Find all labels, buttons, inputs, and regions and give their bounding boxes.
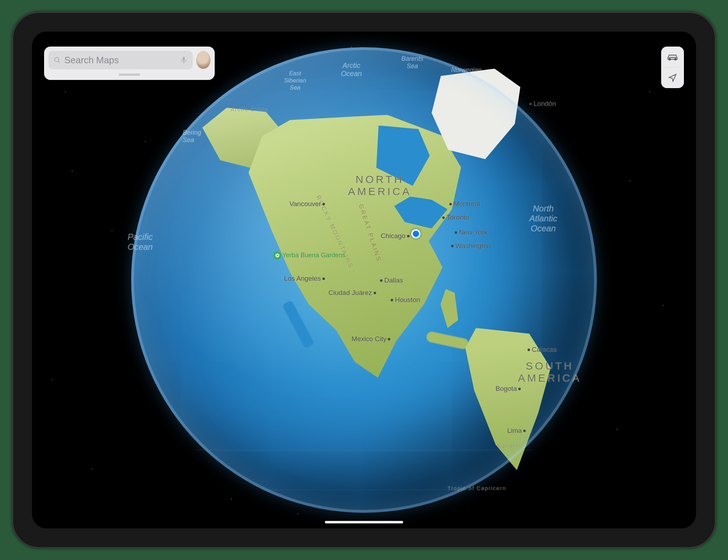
svg-line-1 — [58, 61, 60, 63]
pacific-ocean-label: Pacific Ocean — [128, 232, 153, 252]
locate-button[interactable] — [661, 68, 684, 88]
user-location-marker[interactable] — [411, 229, 421, 238]
city-chicago[interactable]: Chicago — [381, 232, 410, 240]
city-new-york[interactable]: New York — [455, 228, 487, 236]
svg-point-5 — [675, 59, 676, 60]
north-america-line2: AMERICA — [348, 185, 412, 198]
north-america-label: NORTH AMERICA — [348, 173, 412, 198]
equator-label: Equator — [497, 442, 521, 448]
card-grabber[interactable] — [119, 74, 140, 76]
map-controls — [661, 47, 684, 88]
city-montreal[interactable]: Montreal — [449, 200, 480, 208]
city-washington[interactable]: Washington — [451, 242, 491, 250]
map-mode-button[interactable] — [661, 47, 684, 67]
south-america-line1: SOUTH — [518, 360, 582, 372]
city-lima[interactable]: Lima — [507, 427, 526, 435]
svg-point-4 — [669, 59, 671, 60]
city-dallas[interactable]: Dallas — [380, 276, 403, 284]
norwegian-sea-label: Norwegian Sea — [451, 66, 482, 81]
city-caracas[interactable]: Caracas — [528, 346, 557, 354]
city-houston[interactable]: Houston — [391, 296, 420, 304]
profile-avatar[interactable] — [196, 51, 210, 69]
search-card[interactable] — [44, 47, 215, 80]
atlantic-ocean-label: North Atlantic Ocean — [529, 204, 557, 233]
city-toronto[interactable]: Toronto — [442, 214, 469, 221]
poi-yerba-buena[interactable]: ✿Yerba Buena Gardens — [273, 252, 345, 259]
svg-rect-2 — [183, 57, 185, 61]
city-vancouver[interactable]: Vancouver — [289, 200, 325, 208]
city-mexico-city[interactable]: Mexico City — [352, 335, 390, 343]
capricorn-label: Tropic of Capricorn — [448, 485, 506, 491]
search-field[interactable] — [48, 51, 193, 69]
home-indicator[interactable] — [325, 521, 403, 523]
park-icon: ✿ — [273, 252, 281, 259]
city-ciudad-juarez[interactable]: Ciudad Juárez — [328, 289, 376, 297]
screen: Pacific Ocean North Atlantic Ocean Arcti… — [32, 32, 696, 528]
north-america-line1: NORTH — [348, 173, 412, 185]
arctic-ocean-label: Arctic Ocean — [341, 61, 362, 78]
microphone-icon[interactable] — [180, 56, 188, 64]
svg-point-0 — [55, 58, 59, 62]
city-london[interactable]: London — [529, 100, 556, 108]
city-los-angeles[interactable]: Los Angeles — [284, 275, 325, 282]
bering-sea-label: Bering Sea — [183, 129, 201, 144]
east-siberian-sea-label: East Siberian Sea — [284, 70, 306, 91]
city-bogota[interactable]: Bogota — [496, 385, 521, 393]
barents-sea-label: Barents Sea — [401, 55, 423, 70]
car-icon — [667, 53, 679, 61]
search-icon — [53, 56, 61, 64]
south-america-line2: AMERICA — [518, 372, 582, 384]
arctic-circle-label: Arctic Circle — [231, 106, 268, 112]
location-arrow-icon — [668, 73, 677, 82]
search-input[interactable] — [64, 55, 180, 66]
south-america-label: SOUTH AMERICA — [518, 360, 582, 384]
globe-3d[interactable]: Pacific Ocean North Atlantic Ocean Arcti… — [131, 47, 597, 513]
ipad-frame: Pacific Ocean North Atlantic Ocean Arcti… — [12, 12, 716, 548]
